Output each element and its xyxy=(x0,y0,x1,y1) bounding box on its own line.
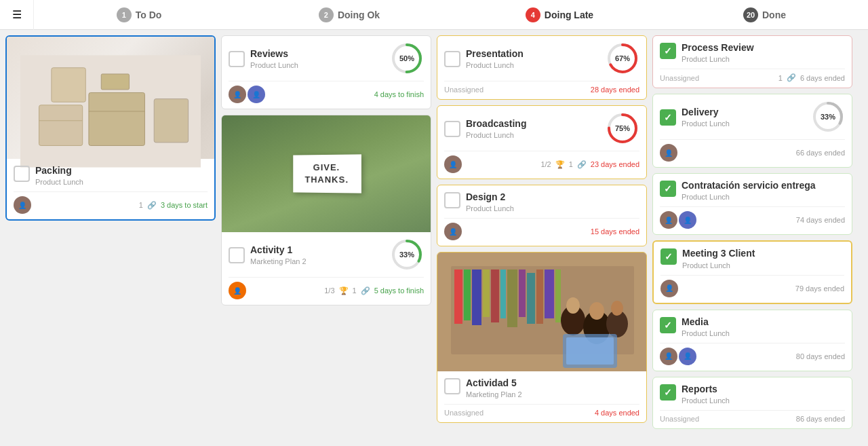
packing-link-icon: 🔗 xyxy=(147,201,157,210)
presentation-checkbox[interactable] xyxy=(444,51,460,67)
contratacion-checkbox[interactable] xyxy=(660,181,676,197)
reports-card-body: Reports Product Lunch Unassigned 86 days… xyxy=(653,377,852,428)
broadcasting-trophy-icon: 🏆 xyxy=(555,160,565,169)
col-header-todo: 1 To Do xyxy=(34,7,244,22)
contratacion-time: 74 days ended xyxy=(796,216,845,224)
presentation-subtitle: Product Lunch xyxy=(466,61,600,69)
packing-checkbox[interactable] xyxy=(14,166,30,182)
delivery-checkbox[interactable] xyxy=(660,109,676,126)
late-badge: 4 xyxy=(526,7,540,22)
actividad5-image xyxy=(437,253,646,371)
svg-rect-5 xyxy=(52,68,85,102)
delivery-title: Delivery xyxy=(682,106,806,118)
broadcasting-checkbox[interactable] xyxy=(444,121,460,137)
contratacion-card-body: Contratación servicio entrega Product Lu… xyxy=(653,174,852,234)
column-done: Process Review Product Lunch Unassigned … xyxy=(652,35,852,441)
card-design2[interactable]: Design 2 Product Lunch 👤 15 days ended xyxy=(437,185,647,246)
packing-card-body: Packing Product Lunch 👤 1 🔗 3 days to st… xyxy=(7,159,214,219)
svg-rect-28 xyxy=(536,270,543,324)
meeting3client-checkbox[interactable] xyxy=(660,248,677,265)
meeting3client-card-body: Meeting 3 Client Product Lunch 👤 79 days… xyxy=(654,242,851,302)
design2-subtitle: Product Lunch xyxy=(466,204,639,212)
design2-checkbox[interactable] xyxy=(444,192,460,208)
card-actividad5[interactable]: Actividad 5 Marketing Plan 2 Unassigned … xyxy=(437,252,647,423)
done-badge: 20 xyxy=(743,7,758,22)
presentation-progress: 67% xyxy=(606,41,639,75)
svg-rect-23 xyxy=(491,270,499,322)
column-doingok: Reviews Product Lunch 50% 👤 👤 xyxy=(221,35,431,441)
presentation-unassigned: Unassigned xyxy=(444,86,484,94)
broadcasting-time: 23 days ended xyxy=(591,160,639,168)
reports-checkbox[interactable] xyxy=(660,384,676,401)
svg-rect-29 xyxy=(545,270,554,318)
reviews-avatar-2: 👤 xyxy=(248,86,265,103)
svg-rect-19 xyxy=(454,270,462,324)
media-title: Media xyxy=(682,316,845,328)
processreview-subtitle: Product Lunch xyxy=(682,55,845,63)
activity1-link-count: 1 xyxy=(353,286,357,295)
contratacion-title: Contratación servicio entrega xyxy=(682,179,845,191)
reviews-progress: 50% xyxy=(390,41,424,75)
meeting3client-subtitle: Product Lunch xyxy=(682,261,844,270)
doingok-label: Doing Ok xyxy=(338,10,380,20)
contratacion-avatar-1: 👤 xyxy=(660,211,677,229)
delivery-avatar-1: 👤 xyxy=(660,144,677,162)
media-time: 80 days ended xyxy=(796,352,845,360)
meeting3client-time: 79 days ended xyxy=(795,284,844,293)
presentation-time: 28 days ended xyxy=(591,86,639,94)
media-avatar-2: 👤 xyxy=(679,348,696,365)
card-broadcasting[interactable]: Broadcasting Product Lunch 75% 👤 xyxy=(437,105,647,179)
broadcasting-fraction: 1/2 xyxy=(540,160,551,168)
reviews-checkbox[interactable] xyxy=(229,51,245,67)
packing-meta-count: 1 xyxy=(139,201,143,209)
delivery-time: 66 days ended xyxy=(796,149,845,157)
card-activity1[interactable]: GIVE.THANKS. Activity 1 Marketing Plan 2 xyxy=(221,115,431,305)
doingok-badge: 2 xyxy=(319,7,334,22)
hamburger-icon: ☰ xyxy=(12,8,22,21)
hamburger-button[interactable]: ☰ xyxy=(0,0,34,30)
design2-card-body: Design 2 Product Lunch 👤 15 days ended xyxy=(437,185,646,246)
card-delivery[interactable]: Delivery Product Lunch 33% 👤 xyxy=(652,94,852,168)
packing-image xyxy=(7,37,214,159)
presentation-pct: 67% xyxy=(615,54,630,62)
media-avatar-1: 👤 xyxy=(660,348,677,365)
activity1-progress: 33% xyxy=(390,238,424,272)
card-media[interactable]: Media Product Lunch 👤 👤 80 days ended xyxy=(652,310,852,371)
broadcasting-link-icon: 🔗 xyxy=(577,160,587,169)
card-contratacion[interactable]: Contratación servicio entrega Product Lu… xyxy=(652,173,852,235)
broadcasting-card-body: Broadcasting Product Lunch 75% 👤 xyxy=(437,106,646,179)
todo-badge: 1 xyxy=(117,7,132,22)
processreview-checkbox[interactable] xyxy=(660,43,676,59)
column-title-bar: 1 To Do 2 Doing Ok 4 Doing Late 20 Done xyxy=(34,7,868,22)
processreview-title: Process Review xyxy=(682,41,845,54)
presentation-card-body: Presentation Product Lunch 67% Unassigne… xyxy=(437,36,646,99)
processreview-link-count: 1 xyxy=(778,74,783,82)
activity1-trophy-icon: 🏆 xyxy=(339,286,349,295)
card-packing[interactable]: Packing Product Lunch 👤 1 🔗 3 days to st… xyxy=(5,35,216,221)
todo-label: To Do xyxy=(136,10,162,20)
contratacion-subtitle: Product Lunch xyxy=(682,193,845,201)
packing-avatar-1: 👤 xyxy=(14,196,31,214)
card-meeting3client[interactable]: Meeting 3 Client Product Lunch 👤 79 days… xyxy=(652,240,852,303)
delivery-progress: 33% xyxy=(811,100,845,134)
card-processreview[interactable]: Process Review Product Lunch Unassigned … xyxy=(652,35,852,88)
presentation-title: Presentation xyxy=(466,48,600,60)
activity1-time: 5 days to finish xyxy=(374,286,424,295)
reviews-pct: 50% xyxy=(399,54,414,62)
delivery-subtitle: Product Lunch xyxy=(682,119,806,128)
actividad5-checkbox[interactable] xyxy=(444,378,460,394)
reports-unassigned: Unassigned xyxy=(660,415,699,423)
card-reviews[interactable]: Reviews Product Lunch 50% 👤 👤 xyxy=(221,35,431,109)
card-presentation[interactable]: Presentation Product Lunch 67% Unassigne… xyxy=(437,35,647,100)
meeting3client-avatar-1: 👤 xyxy=(660,280,678,297)
card-reports[interactable]: Reports Product Lunch Unassigned 86 days… xyxy=(652,377,852,429)
activity1-checkbox[interactable] xyxy=(229,247,245,263)
header: ☰ 1 To Do 2 Doing Ok 4 Doing Late 20 Don… xyxy=(0,0,868,30)
activity1-subtitle: Marketing Plan 2 xyxy=(250,257,384,265)
svg-rect-24 xyxy=(500,270,506,318)
broadcasting-avatar-1: 👤 xyxy=(444,155,462,173)
processreview-unassigned: Unassigned xyxy=(660,74,699,82)
activity1-image: GIVE.THANKS. xyxy=(222,115,431,232)
media-checkbox[interactable] xyxy=(660,317,676,333)
col-header-doingok: 2 Doing Ok xyxy=(244,7,454,22)
